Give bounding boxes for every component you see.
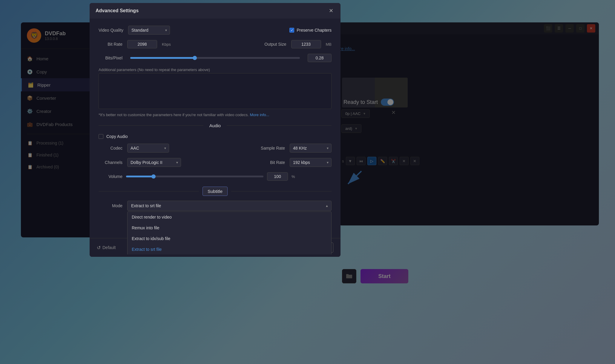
copy-audio-label: Copy Audio (106, 134, 128, 139)
divider-line-left (99, 125, 203, 126)
slider-thumb (193, 56, 197, 60)
volume-input[interactable] (267, 172, 288, 181)
codec-select[interactable]: AAC (127, 144, 169, 153)
mode-row: Mode Extract to srt file ▲ Direct render… (99, 201, 332, 211)
mode-option-direct-render[interactable]: Direct render to video (128, 212, 331, 222)
mode-label: Mode (99, 203, 122, 208)
preserve-chapters-checkbox[interactable]: ✓ (289, 28, 294, 33)
divider-line-right (227, 125, 332, 126)
volume-unit: % (292, 174, 295, 179)
volume-label: Volume (99, 174, 122, 179)
preserve-chapters-row: ✓ Preserve Chapters (289, 28, 332, 33)
codec-note: *It's better not to customize the parame… (99, 113, 332, 117)
bit-rate-label: Bit Rate (99, 42, 122, 47)
bits-pixel-input[interactable] (308, 54, 332, 62)
channels-select[interactable]: Dolby ProLogic II (127, 158, 181, 167)
sample-rate-select[interactable]: 48 KHz (290, 144, 332, 153)
codec-label: Codec (99, 146, 122, 150)
audio-section-label: Audio (207, 123, 223, 128)
output-size-label: Output Size (263, 42, 286, 47)
audio-bit-rate-label: Bit Rate (261, 160, 285, 165)
subtitle-divider-left (99, 191, 199, 191)
subtitle-divider-right (231, 191, 332, 191)
codec-sample-row: Codec AAC ▼ Sample Rate 48 KHz ▼ (99, 144, 332, 153)
bits-pixel-label: Bits/Pixel (99, 56, 122, 60)
additional-params-textarea[interactable] (99, 73, 332, 109)
mode-select-wrapper: Extract to srt file ▲ Direct render to v… (127, 201, 332, 211)
subtitle-section-divider: Subtitle (99, 187, 332, 196)
video-quality-label: Video Quality (99, 28, 123, 33)
audio-section-divider: Audio (99, 123, 332, 128)
modal-body: Video Quality Standard ▼ ✓ Preserve Chap… (90, 19, 341, 254)
subtitle-section-label: Subtitle (203, 187, 228, 196)
volume-row: Volume % (99, 172, 332, 181)
mode-dropdown-menu: Direct render to video Remux into file E… (127, 211, 332, 254)
sample-rate-label: Sample Rate (261, 146, 285, 150)
modal-close-button[interactable]: ✕ (327, 7, 335, 14)
preserve-chapters-label: Preserve Chapters (297, 28, 332, 33)
modal-title: Advanced Settings (96, 8, 139, 13)
video-quality-row: Video Quality Standard ▼ ✓ Preserve Chap… (99, 26, 332, 35)
video-quality-select[interactable]: Standard (128, 26, 170, 35)
output-size-input[interactable] (291, 40, 321, 48)
mode-select[interactable]: Extract to srt file (127, 201, 332, 211)
video-quality-select-wrapper: Standard ▼ (128, 26, 170, 35)
default-button[interactable]: ↺ Default (97, 245, 116, 251)
volume-thumb (151, 174, 156, 179)
codec-more-info-link[interactable]: More info... (250, 113, 269, 117)
output-size-unit: MB (326, 42, 332, 47)
bits-pixel-row: Bits/Pixel (99, 54, 332, 62)
codec-select-wrapper: AAC ▼ (127, 144, 169, 153)
bit-rate-unit: Kbps (162, 42, 171, 47)
mode-option-extract-idx[interactable]: Extract to idx/sub file (128, 233, 331, 244)
audio-bit-rate-select-wrapper: 192 kbps ▼ (290, 158, 332, 167)
channels-label: Channels (99, 160, 122, 165)
volume-fill (126, 176, 154, 177)
mode-option-extract-srt[interactable]: Extract to srt file (128, 244, 331, 254)
reset-icon: ↺ (97, 245, 101, 251)
sample-rate-select-wrapper: 48 KHz ▼ (290, 144, 332, 153)
copy-audio-row: Copy Audio (99, 134, 332, 139)
bit-rate-input[interactable] (127, 40, 157, 48)
mode-option-remux[interactable]: Remux into file (128, 222, 331, 233)
channels-select-wrapper: Dolby ProLogic II ▼ (127, 158, 181, 167)
slider-fill (130, 57, 195, 59)
advanced-settings-modal: Advanced Settings ✕ Video Quality Standa… (90, 3, 341, 257)
bits-pixel-slider[interactable] (130, 57, 300, 59)
copy-audio-checkbox[interactable] (99, 134, 103, 139)
params-note: Additional parameters (No need to repeat… (99, 67, 332, 72)
audio-bit-rate-select[interactable]: 192 kbps (290, 158, 332, 167)
channels-bitrate-row: Channels Dolby ProLogic II ▼ Bit Rate 19… (99, 158, 332, 167)
volume-slider[interactable] (126, 176, 263, 177)
modal-titlebar: Advanced Settings ✕ (90, 3, 341, 19)
bitrate-row: Bit Rate Kbps Output Size MB (99, 40, 332, 48)
